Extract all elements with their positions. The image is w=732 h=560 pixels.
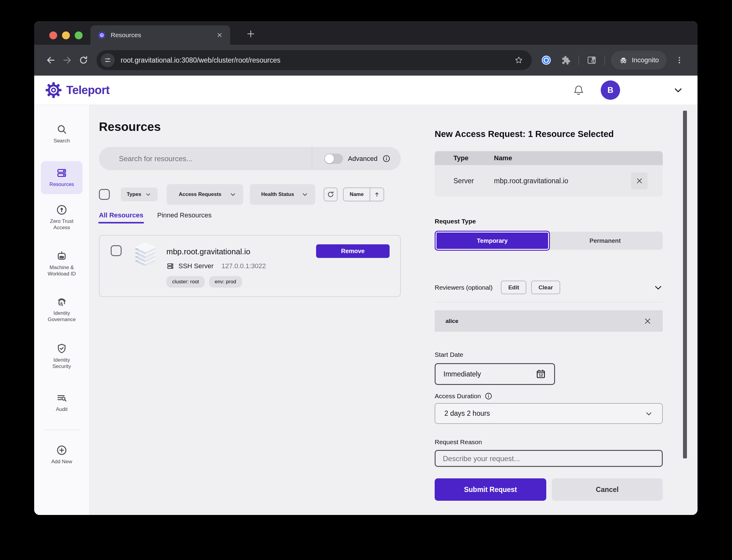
- resource-tag[interactable]: cluster: root: [166, 276, 205, 288]
- sidebar-divider: [43, 430, 80, 430]
- resource-tag[interactable]: env: prod: [209, 276, 242, 288]
- password-manager-icon[interactable]: [539, 53, 554, 67]
- chevron-down-icon[interactable]: [673, 85, 683, 95]
- resource-name[interactable]: mbp.root.gravitational.io: [166, 247, 250, 256]
- back-arrow-icon[interactable]: [43, 52, 59, 68]
- reviewer-chip: alice: [435, 310, 663, 332]
- types-label: Types: [127, 191, 141, 197]
- reviewer-name: alice: [446, 318, 458, 324]
- extensions-icon[interactable]: [558, 53, 573, 67]
- request-type-label: Request Type: [435, 218, 663, 225]
- bookmark-star-icon[interactable]: [514, 56, 523, 65]
- url-bar[interactable]: root.gravitational.io:3080/web/cluster/r…: [96, 50, 532, 70]
- health-status-filter-button[interactable]: Health Status: [250, 184, 315, 205]
- resource-tabs: All Resources Pinned Resources: [99, 211, 401, 223]
- chevron-down-icon: [301, 191, 308, 198]
- access-duration-value: 2 days 2 hours: [444, 409, 490, 418]
- access-requests-filter-button[interactable]: Access Requests: [167, 184, 243, 205]
- sort-field-label[interactable]: Name: [343, 188, 370, 201]
- request-type-segmented-control: Permanent Temporary: [435, 232, 663, 250]
- reviewers-row: Reviewers (optional) Edit Clear: [435, 281, 663, 294]
- tab-all-resources[interactable]: All Resources: [99, 211, 143, 223]
- access-duration-select[interactable]: 2 days 2 hours: [435, 403, 663, 424]
- menu-kebab-icon[interactable]: [672, 53, 687, 67]
- temporary-option[interactable]: Temporary: [435, 231, 550, 251]
- resources-column: Resources Advanced Types: [99, 105, 401, 515]
- chevron-down-icon[interactable]: [654, 283, 663, 292]
- tab-close-icon[interactable]: [216, 32, 223, 38]
- browser-window: Resources ro: [34, 21, 698, 515]
- sidebar-item-resources[interactable]: Resources: [41, 161, 83, 194]
- url-text[interactable]: root.gravitational.io:3080/web/cluster/r…: [121, 56, 514, 64]
- bell-icon[interactable]: [573, 84, 584, 96]
- submit-request-button[interactable]: Submit Request: [435, 478, 546, 501]
- select-all-checkbox[interactable]: [99, 189, 110, 200]
- sidebar: Search Resources Zero Trust Access Machi…: [34, 105, 89, 515]
- plus-circle-icon: [56, 444, 67, 456]
- new-tab-button[interactable]: [242, 28, 259, 40]
- filter-row: Types Access Requests Health Status: [99, 184, 401, 205]
- side-panel-icon[interactable]: [584, 53, 599, 67]
- sidebar-item-identity-security[interactable]: Identity Security: [45, 343, 79, 370]
- site-settings-icon[interactable]: [101, 53, 115, 67]
- sidebar-item-zero-trust-access[interactable]: Zero Trust Access: [45, 204, 79, 231]
- robot-icon: [56, 250, 67, 262]
- sort-button[interactable]: Name: [343, 187, 384, 201]
- resource-type-cell: Server: [454, 177, 494, 185]
- remove-resource-button[interactable]: [631, 172, 648, 189]
- window-close-button[interactable]: [49, 31, 57, 39]
- types-filter-button[interactable]: Types: [121, 187, 158, 201]
- cancel-button[interactable]: Cancel: [552, 478, 663, 501]
- start-date-label: Start Date: [435, 351, 663, 358]
- table-row: Server mbp.root.gravitational.io: [435, 165, 663, 197]
- panel-title: New Access Request: 1 Resource Selected: [435, 129, 663, 139]
- access-requests-label: Access Requests: [173, 191, 227, 198]
- refresh-button[interactable]: [324, 187, 337, 201]
- permanent-option[interactable]: Permanent: [548, 232, 663, 250]
- resource-checkbox[interactable]: [111, 245, 122, 256]
- resource-address: 127.0.0.1:3022: [221, 262, 266, 270]
- tab-pinned-resources[interactable]: Pinned Resources: [157, 211, 212, 223]
- browser-toolbar: root.gravitational.io:3080/web/cluster/r…: [34, 45, 698, 76]
- request-reason-textarea[interactable]: [435, 450, 663, 467]
- avatar[interactable]: B: [601, 80, 620, 100]
- remove-reviewer-icon[interactable]: [643, 317, 652, 325]
- sidebar-item-label: Identity Governance: [45, 310, 79, 323]
- window-minimize-button[interactable]: [62, 31, 70, 39]
- keyhole-icon: [56, 204, 67, 216]
- brand-name[interactable]: Teleport: [66, 84, 109, 97]
- edit-reviewers-button[interactable]: Edit: [501, 281, 526, 294]
- resource-card[interactable]: mbp.root.gravitational.io SSH Server 127…: [99, 235, 401, 297]
- sidebar-item-label: Audit: [45, 406, 79, 412]
- resource-search-bar: Advanced: [99, 147, 401, 170]
- info-icon[interactable]: [485, 392, 493, 400]
- svg-text:12: 12: [539, 373, 543, 377]
- teleport-logo-icon[interactable]: [45, 82, 62, 99]
- page-scrollbar[interactable]: [683, 111, 687, 458]
- info-icon[interactable]: [382, 155, 391, 163]
- browser-tab[interactable]: Resources: [90, 25, 230, 45]
- start-date-input[interactable]: Immediately 12: [435, 363, 555, 385]
- page-title: Resources: [99, 120, 401, 134]
- window-zoom-button[interactable]: [75, 31, 83, 39]
- server-icon: [166, 262, 174, 270]
- calendar-icon[interactable]: 12: [535, 369, 546, 379]
- advanced-search-toggle[interactable]: [324, 154, 343, 164]
- sidebar-item-identity-governance[interactable]: Identity Governance: [45, 296, 79, 323]
- servers-icon: [56, 167, 67, 179]
- sidebar-item-search[interactable]: Search: [45, 124, 79, 144]
- reload-icon[interactable]: [75, 52, 92, 68]
- sidebar-item-label: Identity Security: [45, 357, 79, 370]
- sidebar-item-add-new[interactable]: Add New: [45, 444, 79, 465]
- toolbar-divider: [578, 55, 579, 65]
- sort-ascending-icon[interactable]: [370, 188, 384, 201]
- sidebar-item-machine-workload-id[interactable]: Machine & Workload ID: [45, 250, 79, 277]
- remove-button[interactable]: Remove: [316, 244, 390, 258]
- sidebar-item-audit[interactable]: Audit: [45, 392, 79, 412]
- search-input[interactable]: [99, 147, 312, 170]
- clear-reviewers-button[interactable]: Clear: [531, 281, 560, 294]
- chevron-down-icon: [145, 191, 151, 198]
- forward-arrow-icon[interactable]: [59, 52, 75, 68]
- reviewers-label: Reviewers (optional): [435, 284, 493, 291]
- type-column-header: Type: [454, 154, 494, 162]
